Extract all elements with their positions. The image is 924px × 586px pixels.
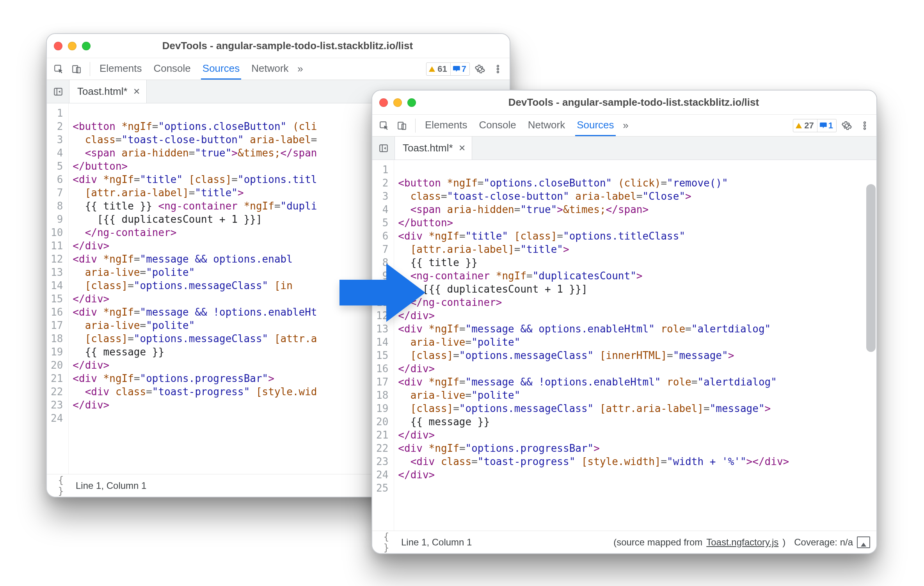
info-icon <box>453 66 460 72</box>
minimize-window-button[interactable] <box>68 42 76 50</box>
close-window-button[interactable] <box>379 98 388 107</box>
svg-point-11 <box>864 124 865 126</box>
info-icon <box>820 123 827 128</box>
cursor-position: Line 1, Column 1 <box>401 537 472 548</box>
toolbar-separator <box>415 119 416 133</box>
file-tab-label: Toast.html* <box>403 142 453 154</box>
source-mapped-label: (source mapped from <box>613 537 702 548</box>
tab-console[interactable]: Console <box>477 115 517 136</box>
svg-rect-13 <box>380 145 387 151</box>
devtools-toolbar: ElementsConsoleNetworkSources » 27 1 <box>372 115 876 137</box>
file-tab-label: Toast.html* <box>77 85 128 98</box>
svg-point-10 <box>864 122 865 123</box>
code-editor[interactable]: 1234567891011121314151617181920212223242… <box>372 160 876 531</box>
more-tabs-icon[interactable]: » <box>293 61 308 77</box>
file-tab-row: Toast.html* ✕ <box>372 137 876 160</box>
devtools-window-after: DevTools - angular-sample-todo-list.stac… <box>371 90 877 554</box>
svg-rect-6 <box>54 88 62 95</box>
svg-point-12 <box>864 128 865 129</box>
issues-badge-group[interactable]: 61 7 <box>426 62 470 76</box>
device-toolbar-icon[interactable] <box>394 118 410 133</box>
tab-console[interactable]: Console <box>152 58 192 80</box>
tab-network[interactable]: Network <box>526 115 567 136</box>
tab-sources[interactable]: Sources <box>201 58 241 80</box>
toolbar-separator <box>90 62 90 76</box>
inspect-element-icon[interactable] <box>51 61 66 77</box>
svg-rect-1 <box>73 66 78 72</box>
file-tab[interactable]: Toast.html* ✕ <box>69 80 147 103</box>
cursor-position: Line 1, Column 1 <box>76 480 146 491</box>
more-tabs-icon[interactable]: » <box>618 118 634 133</box>
panel-tabs: ElementsConsoleSourcesNetwork <box>96 58 290 80</box>
code-content[interactable]: <button *ngIf="options.closeButton" (cli… <box>394 160 876 531</box>
close-window-button[interactable] <box>54 42 62 50</box>
info-count: 1 <box>828 121 833 131</box>
tab-network[interactable]: Network <box>250 58 290 80</box>
tab-elements[interactable]: Elements <box>98 58 143 80</box>
devtools-toolbar: ElementsConsoleSourcesNetwork » 61 7 <box>47 58 510 80</box>
source-map-link[interactable]: Toast.ngfactory.js <box>706 537 778 548</box>
info-count: 7 <box>462 64 466 74</box>
file-tab[interactable]: Toast.html* ✕ <box>395 137 472 160</box>
info-badge[interactable]: 1 <box>817 119 836 132</box>
inspect-element-icon[interactable] <box>376 118 392 133</box>
window-title: DevTools - angular-sample-todo-list.stac… <box>421 96 869 108</box>
kebab-menu-icon[interactable] <box>490 61 506 77</box>
zoom-window-button[interactable] <box>82 42 91 50</box>
traffic-lights <box>379 98 416 107</box>
warnings-count: 27 <box>804 121 814 131</box>
settings-icon[interactable] <box>839 118 855 133</box>
warnings-badge[interactable]: 61 <box>426 63 450 75</box>
line-number-gutter: 123456789101112131415161718192021222324 <box>47 103 69 474</box>
vertical-scrollbar[interactable] <box>866 184 876 352</box>
svg-rect-9 <box>402 124 406 129</box>
warning-icon <box>429 66 435 72</box>
warnings-count: 61 <box>437 64 447 74</box>
titlebar: DevTools - angular-sample-todo-list.stac… <box>372 91 876 115</box>
warning-icon <box>796 123 802 128</box>
tab-elements[interactable]: Elements <box>423 115 469 136</box>
close-tab-icon[interactable]: ✕ <box>458 143 466 153</box>
coverage-label: Coverage: n/a <box>794 537 853 548</box>
source-mapped-suffix: ) <box>782 537 785 548</box>
svg-point-4 <box>497 68 499 69</box>
info-badge[interactable]: 7 <box>450 63 469 75</box>
navigator-toggle-icon[interactable] <box>372 137 395 160</box>
status-bar: { } Line 1, Column 1 (source mapped from… <box>372 531 876 553</box>
zoom-window-button[interactable] <box>407 98 416 107</box>
line-number-gutter: 1234567891011121314151617181920212223242… <box>372 160 394 531</box>
navigator-toggle-icon[interactable] <box>47 80 69 103</box>
svg-rect-8 <box>398 122 403 129</box>
warnings-badge[interactable]: 27 <box>793 119 817 132</box>
issues-badge-group[interactable]: 27 1 <box>793 119 837 132</box>
titlebar: DevTools - angular-sample-todo-list.stac… <box>47 34 510 58</box>
minimize-window-button[interactable] <box>393 98 402 107</box>
pretty-print-icon[interactable]: { } <box>378 531 394 553</box>
settings-icon[interactable] <box>472 61 488 77</box>
window-title: DevTools - angular-sample-todo-list.stac… <box>96 40 503 52</box>
device-toolbar-icon[interactable] <box>69 61 84 77</box>
svg-rect-2 <box>76 67 80 73</box>
drawer-toggle-icon[interactable] <box>857 536 870 548</box>
traffic-lights <box>54 42 91 50</box>
pretty-print-icon[interactable]: { } <box>53 475 69 497</box>
kebab-menu-icon[interactable] <box>857 118 872 133</box>
svg-point-3 <box>497 65 499 67</box>
panel-tabs: ElementsConsoleNetworkSources <box>421 115 616 136</box>
transition-arrow-icon <box>339 263 425 322</box>
close-tab-icon[interactable]: ✕ <box>133 87 140 97</box>
svg-point-5 <box>497 71 499 73</box>
tab-sources[interactable]: Sources <box>575 115 615 136</box>
